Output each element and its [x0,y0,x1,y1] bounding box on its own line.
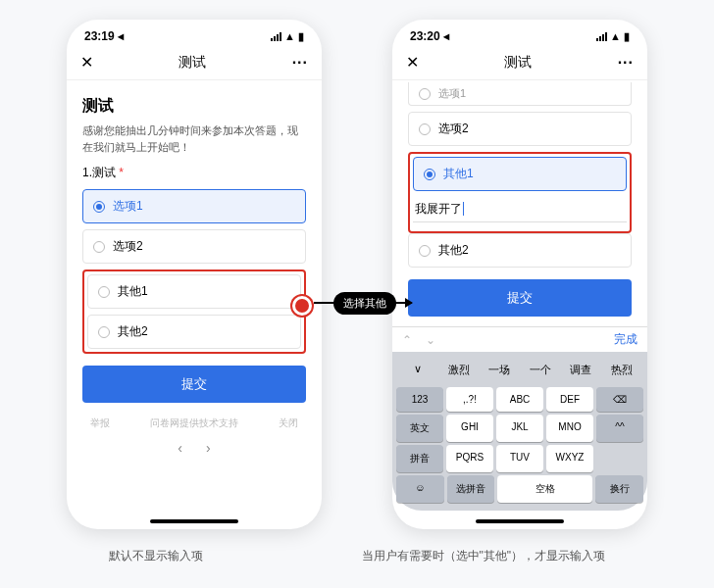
key[interactable]: ABC [496,387,543,412]
key[interactable]: 选拼音 [447,475,495,503]
status-time: 23:20 ◂ [410,29,449,43]
key[interactable]: ^^ [596,415,643,442]
option-2[interactable]: 选项2 [408,112,632,146]
key[interactable]: 拼音 [396,445,443,472]
option-cut[interactable]: 选项1 [408,82,632,106]
radio-icon [98,326,110,338]
key[interactable]: PQRS [446,445,493,472]
option-1[interactable]: 选项1 [82,189,306,223]
more-icon[interactable]: ··· [618,54,634,72]
sug-item[interactable]: 一个 [522,359,560,381]
caption-left: 默认不显示输入项 [109,547,203,564]
pager: ‹ › [82,430,306,466]
wifi-icon: ▲ [284,30,295,42]
option-label: 其他2 [118,323,148,340]
footer-provider: 问卷网提供技术支持 [150,416,238,430]
option-other-2[interactable]: 其他2 [408,233,632,268]
key[interactable]: ,.?! [446,387,493,412]
key[interactable]: 123 [396,387,443,412]
option-label: 其他1 [443,166,474,182]
radio-icon [98,286,110,298]
sug-item[interactable]: 热烈 [603,359,641,381]
other-input[interactable]: 我展开了 [413,195,627,222]
option-label: 选项2 [438,121,469,137]
highlight-box: 其他1 我展开了 [408,152,632,233]
caption-right: 当用户有需要时（选中"其他"），才显示输入项 [362,547,606,564]
keyboard: ∨ 激烈 一场 一个 调查 热烈 123 ,.?! ABC DEF ⌫ 英文 G… [392,352,647,511]
nav-bar: ✕ 测试 ··· [67,47,322,80]
kb-up-icon[interactable]: ⌃ [402,333,412,347]
captions: 默认不显示输入项 当用户有需要时（选中"其他"），才显示输入项 [0,529,714,564]
page-title: 测试 [82,96,306,117]
option-label: 选项1 [438,86,466,101]
phone-right: 23:20 ◂ ▲ ▮ ✕ 测试 ··· 选项1 选项2 其他1 我展开了 其他… [392,20,647,529]
home-indicator [150,519,238,523]
status-time: 23:19 ◂ [84,29,124,43]
highlight-box: 其他1 其他2 [82,270,306,354]
key[interactable]: DEF [546,387,593,412]
battery-icon: ▮ [624,30,630,43]
status-bar: 23:19 ◂ ▲ ▮ [67,20,322,47]
key-space[interactable]: 空格 [497,475,592,503]
radio-icon [93,241,105,253]
page-next-icon[interactable]: › [206,440,211,456]
option-other-2[interactable]: 其他2 [87,315,301,349]
key[interactable]: JKL [496,415,543,442]
key[interactable]: TUV [496,445,543,472]
close-icon[interactable]: ✕ [80,53,93,72]
option-label: 选项1 [113,198,143,215]
close-icon[interactable]: ✕ [406,53,419,72]
signal-icon [596,32,607,41]
key-return[interactable]: 换行 [595,475,643,503]
page-prev-icon[interactable]: ‹ [178,440,182,456]
key-emoji[interactable]: ☺ [396,475,444,503]
key[interactable]: 英文 [396,415,443,442]
more-icon[interactable]: ··· [292,54,308,72]
footer-report[interactable]: 举报 [90,416,110,430]
status-right: ▲ ▮ [271,30,304,43]
kb-down-icon[interactable]: ⌄ [426,333,435,347]
sug-item[interactable]: 调查 [562,359,600,381]
wifi-icon: ▲ [610,30,621,42]
sug-item[interactable]: ∨ [399,359,437,381]
suggestions: ∨ 激烈 一场 一个 调查 热烈 [396,356,643,384]
radio-icon [93,201,105,213]
nav-title: 测试 [178,54,206,72]
nav-bar: ✕ 测试 ··· [392,47,647,80]
status-right: ▲ ▮ [596,30,630,43]
radio-icon [419,123,431,135]
home-indicator [476,519,564,523]
status-bar: 23:20 ◂ ▲ ▮ [392,20,647,47]
signal-icon [271,32,281,41]
option-other-1[interactable]: 其他1 [413,157,627,191]
question-label: 1.测试 * [82,165,306,181]
key-backspace[interactable]: ⌫ [596,387,643,412]
intro-text: 感谢您能抽出几分钟时间来参加本次答题，现在我们就马上开始吧！ [82,122,306,155]
radio-icon [419,88,431,100]
sug-item[interactable]: 一场 [481,359,519,381]
footer-close[interactable]: 关闭 [279,416,298,430]
kb-done-button[interactable]: 完成 [614,331,638,348]
footer: 举报 问卷网提供技术支持 关闭 [82,403,306,430]
option-label: 其他1 [118,283,148,300]
option-other-1[interactable]: 其他1 [87,274,301,309]
submit-button[interactable]: 提交 [82,366,306,403]
nav-title: 测试 [504,54,532,72]
key[interactable]: MNO [546,415,593,442]
keyboard-toolbar: ⌃⌄ 完成 [392,326,647,352]
radio-icon [419,245,431,257]
phone-left: 23:19 ◂ ▲ ▮ ✕ 测试 ··· 测试 感谢您能抽出几分钟时间来参加本次… [67,20,322,529]
submit-button[interactable]: 提交 [408,279,632,317]
radio-icon [424,169,435,180]
option-label: 其他2 [438,242,469,259]
key[interactable]: WXYZ [546,445,593,472]
annotation-pill: 选择其他 [333,292,396,315]
battery-icon: ▮ [298,30,304,43]
option-2[interactable]: 选项2 [82,229,306,264]
option-label: 选项2 [113,238,143,255]
sug-item[interactable]: 激烈 [440,359,479,381]
highlight-dot-icon [292,296,312,316]
key[interactable]: GHI [446,415,493,442]
